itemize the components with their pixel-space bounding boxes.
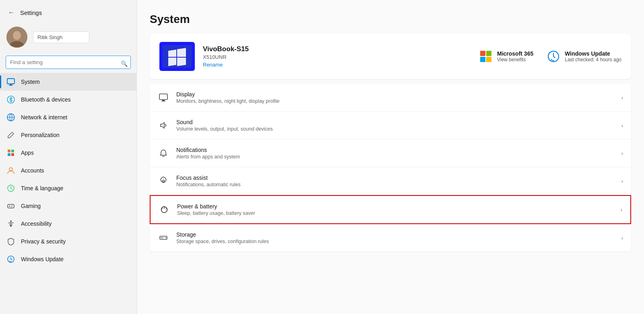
- power-icon: [159, 204, 170, 215]
- sidebar: ← Settings Ritik Singh 🔍: [0, 0, 137, 314]
- sound-text: Sound Volume levels, output, input, soun…: [176, 119, 614, 132]
- display-text: Display Monitors, brightness, night ligh…: [176, 91, 614, 104]
- sidebar-item-time[interactable]: Time & language: [0, 179, 136, 197]
- display-desc: Monitors, brightness, night light, displ…: [176, 98, 614, 104]
- user-section: Ritik Singh: [0, 23, 136, 54]
- sidebar-item-accessibility[interactable]: Accessibility: [0, 215, 136, 233]
- svg-rect-15: [8, 204, 14, 208]
- notifications-label: Notifications: [176, 147, 614, 153]
- sidebar-item-bluetooth[interactable]: Bluetooth & devices: [0, 91, 136, 108]
- svg-point-1: [13, 31, 21, 40]
- sound-chevron: ›: [621, 123, 623, 129]
- avatar: [6, 27, 27, 48]
- sidebar-item-update[interactable]: Windows Update: [0, 250, 136, 268]
- winupdate-title: Windows Update: [565, 50, 621, 57]
- notifications-text: Notifications Alerts from apps and syste…: [176, 147, 614, 160]
- focus-text: Focus assist Notifications, automatic ru…: [176, 175, 614, 187]
- sidebar-item-system[interactable]: System: [0, 73, 136, 91]
- network-icon: [6, 113, 15, 122]
- ms365-title: Microsoft 365: [497, 50, 533, 57]
- device-card: VivoBook-S15 X510UNR Rename Microsoft 36…: [150, 34, 631, 79]
- ms365-info: Microsoft 365 View benefits: [497, 50, 533, 62]
- winupdate-extra-item[interactable]: Windows Update Last checked: 4 hours ago: [546, 49, 621, 64]
- display-label: Display: [176, 91, 614, 98]
- storage-text: Storage Storage space, drives, configura…: [176, 231, 614, 244]
- user-name: Ritik Singh: [33, 31, 89, 43]
- settings-item-focus[interactable]: Focus assist Notifications, automatic ru…: [150, 167, 631, 195]
- notifications-chevron: ›: [621, 150, 623, 156]
- personalization-icon: [6, 131, 15, 139]
- sidebar-item-privacy[interactable]: Privacy & security: [0, 233, 136, 250]
- settings-list: Display Monitors, brightness, night ligh…: [150, 84, 631, 252]
- focus-chevron: ›: [621, 178, 623, 184]
- power-label: Power & battery: [177, 203, 613, 210]
- storage-label: Storage: [176, 231, 614, 238]
- device-extras: Microsoft 365 View benefits Windows Upda…: [479, 49, 621, 64]
- search-input[interactable]: [6, 56, 131, 69]
- device-thumbnail: [159, 42, 195, 71]
- back-button[interactable]: ←: [6, 7, 16, 18]
- bluetooth-icon: [6, 95, 15, 104]
- avatar-image: [6, 27, 27, 48]
- sidebar-item-apps-label: Apps: [21, 150, 34, 156]
- settings-item-display[interactable]: Display Monitors, brightness, night ligh…: [150, 84, 631, 112]
- settings-item-power[interactable]: Power & battery Sleep, battery usage, ba…: [150, 195, 631, 224]
- accounts-icon: [6, 166, 15, 175]
- svg-point-20: [10, 220, 12, 222]
- svg-rect-12: [11, 153, 14, 156]
- ms365-subtitle: View benefits: [497, 57, 533, 62]
- svg-rect-30: [162, 100, 165, 101]
- sidebar-item-apps[interactable]: Apps: [0, 144, 136, 162]
- sidebar-item-accounts[interactable]: Accounts: [0, 162, 136, 179]
- svg-point-13: [9, 168, 12, 171]
- svg-rect-26: [480, 57, 485, 62]
- svg-rect-31: [161, 101, 165, 102]
- settings-item-storage[interactable]: Storage Storage space, drives, configura…: [150, 224, 631, 252]
- sidebar-item-network[interactable]: Network & internet: [0, 108, 136, 126]
- sidebar-item-accessibility-label: Accessibility: [21, 220, 52, 227]
- privacy-icon: [6, 237, 15, 246]
- focus-icon: [158, 175, 169, 187]
- sidebar-nav: System Bluetooth & devices Network &: [0, 73, 136, 268]
- sound-desc: Volume levels, output, input, sound devi…: [176, 126, 614, 132]
- display-icon: [158, 92, 169, 103]
- settings-item-notifications[interactable]: Notifications Alerts from apps and syste…: [150, 139, 631, 167]
- svg-point-18: [12, 206, 12, 206]
- time-icon: [6, 184, 15, 193]
- device-name: VivoBook-S15: [203, 45, 471, 53]
- power-desc: Sleep, battery usage, battery saver: [177, 210, 613, 216]
- sidebar-item-personalization[interactable]: Personalization: [0, 126, 136, 144]
- winupdate-icon: [546, 49, 561, 64]
- sidebar-item-accounts-label: Accounts: [21, 167, 44, 174]
- svg-point-19: [11, 206, 12, 207]
- storage-desc: Storage space, drives, configuration rul…: [176, 239, 614, 244]
- accessibility-icon: [6, 219, 15, 228]
- sidebar-item-gaming[interactable]: Gaming: [0, 197, 136, 215]
- winupdate-subtitle: Last checked: 4 hours ago: [565, 57, 621, 62]
- search-box-wrap: 🔍: [0, 54, 136, 73]
- ms365-item[interactable]: Microsoft 365 View benefits: [479, 49, 533, 64]
- sidebar-item-system-label: System: [21, 79, 40, 85]
- system-icon: [6, 77, 15, 86]
- device-info: VivoBook-S15 X510UNR Rename: [203, 45, 471, 68]
- svg-rect-29: [159, 94, 167, 100]
- svg-point-36: [165, 237, 167, 239]
- apps-icon: [6, 148, 15, 157]
- sidebar-item-time-label: Time & language: [21, 185, 63, 191]
- svg-rect-25: [486, 51, 491, 56]
- svg-rect-3: [7, 79, 14, 84]
- device-rename-link[interactable]: Rename: [203, 62, 471, 68]
- notifications-desc: Alerts from apps and system: [176, 154, 614, 160]
- sound-icon: [158, 120, 169, 131]
- sidebar-item-update-label: Windows Update: [21, 256, 64, 262]
- svg-rect-5: [9, 85, 13, 86]
- winupdate-info: Windows Update Last checked: 4 hours ago: [565, 50, 621, 62]
- sidebar-header: ← Settings: [0, 0, 136, 23]
- power-text: Power & battery Sleep, battery usage, ba…: [177, 203, 613, 216]
- settings-item-sound[interactable]: Sound Volume levels, output, input, soun…: [150, 112, 631, 139]
- sidebar-item-gaming-label: Gaming: [21, 203, 41, 209]
- sidebar-item-network-label: Network & internet: [21, 114, 67, 121]
- notifications-icon: [158, 148, 169, 159]
- svg-rect-4: [10, 84, 12, 85]
- sound-label: Sound: [176, 119, 614, 125]
